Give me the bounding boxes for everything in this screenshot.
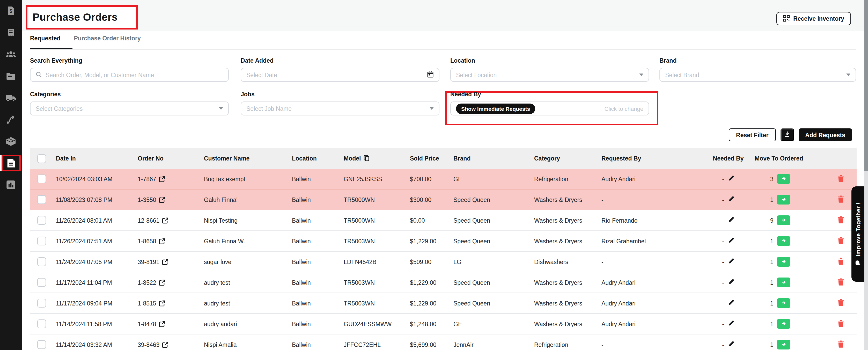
receive-inventory-button[interactable]: Receive Inventory bbox=[776, 12, 851, 25]
move-to-ordered-button[interactable] bbox=[777, 298, 790, 308]
row-checkbox[interactable] bbox=[37, 257, 46, 266]
delete-request-button[interactable] bbox=[837, 278, 844, 287]
open-order-link-icon[interactable] bbox=[159, 197, 165, 203]
quantity-value: 1 bbox=[770, 197, 774, 203]
open-order-link-icon[interactable] bbox=[159, 321, 165, 327]
open-order-link-icon[interactable] bbox=[159, 300, 165, 306]
row-checkbox[interactable] bbox=[37, 319, 46, 328]
cell-sold-price: $5,699.00 bbox=[410, 342, 454, 348]
feedback-tab[interactable]: Improve Together ! bbox=[851, 186, 864, 282]
receipt-icon bbox=[6, 27, 16, 38]
row-checkbox[interactable] bbox=[37, 174, 46, 183]
row-checkbox[interactable] bbox=[37, 237, 46, 245]
cell-requested-by: Audry Andari bbox=[601, 321, 705, 327]
trash-icon bbox=[837, 216, 844, 225]
scrollbar-thumb[interactable] bbox=[864, 0, 868, 171]
move-to-ordered-button[interactable] bbox=[777, 257, 790, 267]
copy-icon[interactable] bbox=[363, 154, 370, 162]
edit-needed-by-button[interactable] bbox=[728, 216, 735, 224]
open-order-link-icon[interactable] bbox=[162, 342, 168, 348]
arrow-right-icon bbox=[781, 279, 786, 286]
location-select[interactable]: Select Location bbox=[450, 68, 649, 82]
delete-request-button[interactable] bbox=[837, 257, 844, 266]
quantity-value: 1 bbox=[770, 321, 774, 327]
show-immediate-requests-toggle[interactable]: Show Immediate Requests bbox=[456, 103, 535, 114]
delete-request-button[interactable] bbox=[837, 236, 844, 246]
download-button[interactable] bbox=[780, 128, 794, 141]
edit-needed-by-button[interactable] bbox=[728, 196, 735, 203]
edit-needed-by-button[interactable] bbox=[728, 175, 735, 183]
edit-needed-by-button[interactable] bbox=[728, 299, 735, 307]
row-checkbox[interactable] bbox=[37, 340, 46, 349]
tab-requested[interactable]: Requested bbox=[30, 35, 61, 41]
sidebar-item-files[interactable] bbox=[5, 70, 17, 82]
delete-request-button[interactable] bbox=[837, 216, 844, 225]
sidebar-item-reports[interactable] bbox=[5, 179, 17, 191]
edit-needed-by-button[interactable] bbox=[728, 237, 735, 245]
categories-label: Categories bbox=[30, 91, 61, 97]
delete-request-button[interactable] bbox=[837, 319, 844, 328]
table-row: 11/26/2024 07:51 AM 1-8658 Galuh Finna W… bbox=[30, 231, 857, 252]
sidebar-item-receipts[interactable] bbox=[5, 27, 17, 38]
brand-select[interactable]: Select Brand bbox=[659, 68, 856, 82]
sidebar: $ bbox=[0, 0, 22, 350]
sidebar-item-customers[interactable] bbox=[5, 49, 17, 60]
reset-filter-button[interactable]: Reset Filter bbox=[729, 128, 776, 141]
open-order-link-icon[interactable] bbox=[159, 238, 165, 244]
sidebar-item-workflow[interactable] bbox=[5, 114, 17, 125]
cell-category: Refrigeration bbox=[534, 342, 601, 348]
categories-select[interactable]: Select Categories bbox=[30, 101, 229, 115]
sidebar-item-purchase-orders[interactable] bbox=[1, 155, 21, 171]
move-to-ordered-button[interactable] bbox=[777, 340, 790, 349]
add-requests-button[interactable]: Add Requests bbox=[798, 128, 852, 141]
cell-brand: Speed Queen bbox=[454, 238, 534, 244]
move-to-ordered-button[interactable] bbox=[777, 319, 790, 329]
cell-category: Washers & Dryers bbox=[534, 321, 601, 327]
edit-needed-by-button[interactable] bbox=[728, 341, 735, 348]
sidebar-item-deliveries[interactable] bbox=[5, 92, 17, 104]
calendar-icon[interactable] bbox=[427, 71, 434, 79]
row-checkbox[interactable] bbox=[37, 299, 46, 308]
cell-location: Ballwin bbox=[292, 300, 344, 306]
delete-request-button[interactable] bbox=[837, 195, 844, 204]
move-to-ordered-button[interactable] bbox=[777, 278, 790, 287]
edit-needed-by-button[interactable] bbox=[728, 320, 735, 328]
table-row: 11/17/2024 09:04 PM 1-8515 audry test Ba… bbox=[30, 293, 857, 314]
move-to-ordered-button[interactable] bbox=[777, 236, 790, 246]
cell-requested-by: Audry Andari bbox=[601, 300, 705, 306]
trash-icon bbox=[837, 236, 844, 246]
open-order-link-icon[interactable] bbox=[159, 176, 165, 182]
cell-customer-name: audry test bbox=[204, 279, 292, 286]
cell-needed-by: - bbox=[705, 216, 755, 224]
tab-purchase-order-history[interactable]: Purchase Order History bbox=[74, 35, 141, 41]
sidebar-item-inventory[interactable] bbox=[5, 136, 17, 147]
truck-icon bbox=[5, 92, 17, 104]
sidebar-item-invoices[interactable]: $ bbox=[5, 5, 17, 17]
open-order-link-icon[interactable] bbox=[162, 259, 168, 265]
needed-by-toggle-field[interactable]: Show Immediate Requests Click to change bbox=[450, 101, 649, 115]
row-checkbox[interactable] bbox=[37, 278, 46, 287]
cell-date-in: 11/14/2024 11:58 PM bbox=[56, 321, 138, 327]
cell-requested-by: - bbox=[601, 259, 705, 265]
delete-request-button[interactable] bbox=[837, 298, 844, 308]
select-all-checkbox[interactable] bbox=[37, 154, 46, 163]
cell-needed-by: - bbox=[705, 320, 755, 328]
row-checkbox[interactable] bbox=[37, 195, 46, 204]
jobs-select[interactable]: Select Job Name bbox=[241, 101, 439, 115]
move-to-ordered-button[interactable] bbox=[777, 174, 790, 184]
delete-request-button[interactable] bbox=[837, 174, 844, 183]
move-to-ordered-button[interactable] bbox=[777, 195, 790, 205]
row-checkbox[interactable] bbox=[37, 216, 46, 225]
edit-needed-by-button[interactable] bbox=[728, 258, 735, 266]
arrow-right-icon bbox=[781, 299, 786, 307]
cell-date-in: 11/14/2024 03:32 AM bbox=[56, 342, 138, 348]
cell-location: Ballwin bbox=[292, 176, 344, 182]
edit-needed-by-button[interactable] bbox=[728, 279, 735, 286]
delete-request-button[interactable] bbox=[837, 340, 844, 349]
cell-move-to-ordered: 1 bbox=[755, 319, 828, 329]
search-input[interactable] bbox=[45, 72, 223, 78]
open-order-link-icon[interactable] bbox=[159, 279, 165, 286]
move-to-ordered-button[interactable] bbox=[777, 215, 790, 225]
open-order-link-icon[interactable] bbox=[162, 217, 168, 224]
date-added-input[interactable] bbox=[246, 72, 424, 78]
